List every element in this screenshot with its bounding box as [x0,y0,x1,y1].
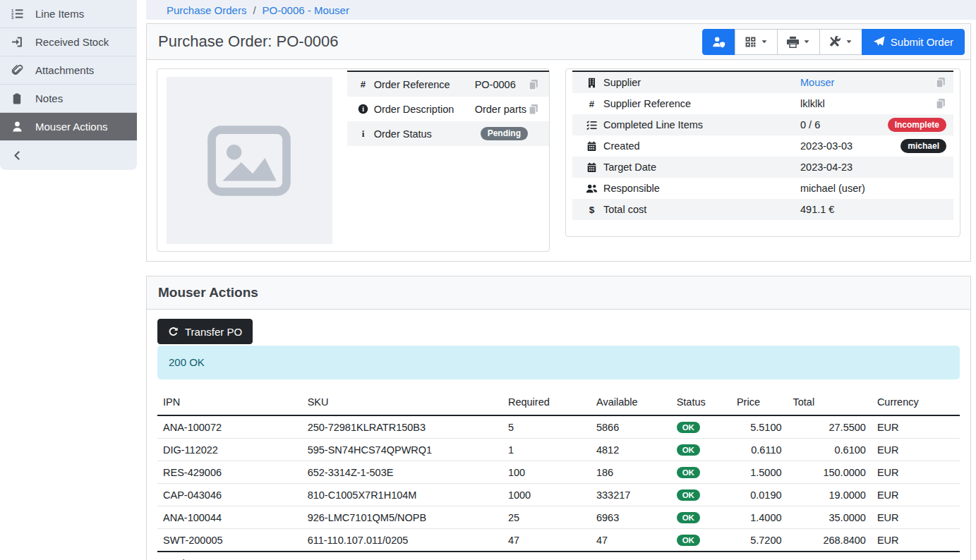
detail-row: i Order Description Order parts [347,97,549,121]
required-cell: 100 [502,461,591,484]
clipboard-icon [9,93,25,104]
detail-row: # Order Reference PO-0006 [347,72,549,97]
sku-cell: 250-72981KLRATR150B3 [302,415,502,439]
copy-icon[interactable] [528,104,545,115]
detail-value: 0 / 6 [800,119,888,130]
hashtag-icon: # [353,79,374,90]
status-badge: Pending [481,127,528,140]
sku-cell: 595-SN74HCS74QPWRQ1 [302,439,502,461]
order-overview: # Order Reference PO-0006 i [147,60,970,261]
required-cell: 5 [502,415,591,439]
refresh-icon [168,327,179,337]
table-row: ANA-100044 926-LMC7101QM5/NOPB 25 6963 O… [157,506,960,529]
sidebar: 123 Line Items Received Stock Attachment… [0,0,137,170]
svg-text:i: i [362,128,365,139]
required-cell: 1000 [502,484,591,506]
sidebar-item-label: Notes [35,92,63,104]
list-ol-icon: 123 [9,8,25,20]
table-header-row: IPNSKURequiredAvailableStatusPriceTotalC… [157,390,960,415]
detail-row: Created 2023-03-03 michael [572,135,953,157]
building-icon [579,78,603,88]
column-header: Currency [872,390,960,415]
status-cell: OK [671,415,731,439]
detail-value: michael (user) [800,183,946,194]
panel-header: Mouser Actions [147,276,970,310]
table-footer-row: Total 501.0000 [157,552,960,560]
submit-order-button[interactable]: Submit Order [862,29,965,55]
status-ok-badge: OK [677,535,700,546]
currency-cell: EUR [872,529,960,552]
barcode-actions-dropdown[interactable] [735,29,778,55]
sidebar-item[interactable]: Notes [0,85,137,113]
sidebar-item-label: Attachments [35,64,94,76]
status-ok-badge: OK [677,512,700,523]
column-header: Price [731,390,788,415]
detail-row: Completed Line Items 0 / 6 Incomplete [572,114,953,135]
detail-label: Order Description [374,104,475,115]
column-header: Available [591,390,671,415]
print-icon [787,36,799,48]
svg-text:#: # [589,99,594,109]
required-cell: 1 [502,439,591,461]
detail-value: Mouser [800,77,935,88]
table-row: RES-429006 652-3314Z-1-503E 100 186 OK 1… [157,461,960,484]
panel-title: Mouser Actions [158,285,959,300]
status-ok-badge: OK [677,444,700,456]
sidebar-collapse-button[interactable] [0,141,137,170]
tools-icon [829,36,841,48]
currency-cell: EUR [872,484,960,506]
mouser-actions-panel: Mouser Actions Transfer PO 200 OK IPNSKU… [146,276,971,560]
svg-text:$: $ [589,205,594,215]
admin-button[interactable] [702,29,735,55]
sidebar-item[interactable]: Mouser Actions [0,113,137,141]
copy-icon[interactable] [935,98,946,109]
status-cell: OK [671,461,731,484]
list-check-icon [579,120,603,130]
price-cell: 5.5100 [731,415,788,439]
breadcrumb-link-purchase-orders[interactable]: Purchase Orders [167,4,246,16]
detail-value: PO-0006 [475,79,528,90]
breadcrumb-link-current[interactable]: PO-0006 - Mouser [263,4,349,16]
detail-label: Supplier Reference [603,98,800,109]
order-actions-dropdown[interactable] [819,29,862,55]
detail-label: Responsible [603,183,800,194]
detail-row: Responsible michael (user) [572,178,953,199]
order-summary-card: # Order Reference PO-0006 i [157,68,550,252]
status-cell: OK [671,529,731,552]
order-image-placeholder[interactable] [167,77,332,244]
print-actions-dropdown[interactable] [777,29,820,55]
price-cell: 5.7200 [731,529,788,552]
info-icon: i [353,128,374,139]
ipn-cell: DIG-112022 [157,439,302,461]
copy-icon[interactable] [935,77,946,88]
total-cell: 19.0000 [788,484,872,506]
ipn-cell: RES-429006 [157,461,302,484]
detail-value: 2023-03-03 [800,140,900,152]
table-row: CAP-043046 810-C1005X7R1H104M 1000 33321… [157,484,960,506]
detail-row: Supplier Mouser [572,72,953,93]
required-cell: 25 [502,506,591,529]
hashtag-icon: # [579,99,603,109]
available-cell: 5866 [591,415,671,439]
copy-icon[interactable] [528,79,545,90]
toolbar: Submit Order [702,29,965,55]
ipn-cell: CAP-043046 [157,484,302,506]
column-header: SKU [302,390,502,415]
total-cell: 27.5500 [788,415,872,439]
available-cell: 4812 [591,439,671,461]
status-cell: OK [671,439,731,461]
transfer-po-label: Transfer PO [185,326,242,338]
table-row: SWT-200005 611-110.107.011/0205 47 47 OK… [157,529,960,552]
transfer-po-button[interactable]: Transfer PO [157,319,253,344]
price-cell: 0.6110 [731,439,788,461]
currency-cell: EUR [872,506,960,529]
sidebar-item[interactable]: Received Stock [0,28,137,56]
sku-cell: 611-110.107.011/0205 [302,529,502,552]
currency-cell: EUR [872,415,960,439]
calendar-icon [579,141,603,152]
sidebar-item[interactable]: Attachments [0,56,137,85]
sidebar-item-label: Mouser Actions [35,121,108,133]
status-ok-badge: OK [677,467,700,478]
sidebar-item[interactable]: 123 Line Items [0,0,137,28]
sign-in-icon [9,36,25,48]
